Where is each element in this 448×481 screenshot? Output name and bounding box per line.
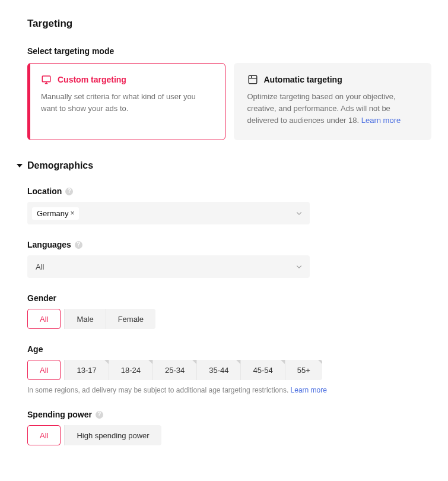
help-icon[interactable]: ? (75, 241, 82, 249)
svg-rect-3 (249, 75, 257, 84)
demographics-toggle[interactable]: Demographics (17, 160, 431, 171)
automatic-targeting-title: Automatic targeting (264, 75, 342, 84)
svg-rect-0 (42, 76, 50, 82)
age-option-55plus[interactable]: 55+ (285, 360, 322, 380)
spending-power-segmented: All High spending power (27, 425, 161, 445)
age-option-all[interactable]: All (27, 360, 61, 380)
age-learn-more-link[interactable]: Learn more (291, 386, 327, 394)
custom-targeting-card[interactable]: Custom targeting Manually set criteria f… (27, 63, 225, 140)
page-title: Targeting (27, 18, 431, 30)
age-option-18-24[interactable]: 18-24 (109, 360, 152, 380)
age-option-13-17[interactable]: 13-17 (64, 360, 108, 380)
automatic-targeting-desc: Optimize targeting based on your objecti… (247, 91, 418, 126)
location-field: Location ? Germany × (17, 186, 431, 224)
location-select[interactable]: Germany × (27, 202, 310, 224)
chevron-down-icon (296, 263, 303, 270)
close-icon[interactable]: × (70, 209, 74, 217)
gender-option-female[interactable]: Female (106, 309, 155, 329)
location-chip-text: Germany (37, 209, 68, 218)
help-icon[interactable]: ? (96, 411, 103, 419)
demographics-section: Demographics Location ? Germany × Langua… (17, 160, 431, 445)
spending-option-all[interactable]: All (27, 425, 61, 445)
gender-label: Gender (27, 293, 56, 303)
automatic-learn-more-link[interactable]: Learn more (361, 116, 401, 125)
languages-label: Languages (27, 240, 71, 249)
caret-down-icon (17, 164, 23, 167)
languages-value: All (32, 262, 44, 271)
custom-targeting-icon (41, 74, 52, 85)
location-label: Location (27, 186, 62, 196)
chevron-down-icon (296, 210, 303, 217)
age-label: Age (27, 344, 43, 354)
gender-field: Gender All Male Female (17, 293, 431, 329)
age-option-35-44[interactable]: 35-44 (196, 360, 240, 380)
targeting-mode-label: Select targeting mode (27, 46, 431, 56)
spending-power-field: Spending power ? All High spending power (17, 410, 431, 445)
gender-option-male[interactable]: Male (64, 309, 105, 329)
spending-option-high[interactable]: High spending power (64, 425, 161, 445)
spending-power-label: Spending power (27, 410, 92, 419)
age-option-45-54[interactable]: 45-54 (240, 360, 284, 380)
age-segmented: All 13-17 18-24 25-34 35-44 45-54 55+ (27, 360, 322, 380)
age-field: Age All 13-17 18-24 25-34 35-44 45-54 55… (17, 344, 431, 394)
age-option-25-34[interactable]: 25-34 (152, 360, 196, 380)
help-icon[interactable]: ? (65, 188, 73, 195)
languages-field: Languages ? All (17, 240, 431, 278)
targeting-mode-row: Custom targeting Manually set criteria f… (17, 63, 431, 140)
automatic-targeting-icon (247, 74, 258, 85)
demographics-title: Demographics (27, 160, 93, 171)
custom-targeting-desc: Manually set criteria for what kind of u… (41, 91, 212, 115)
age-hint-text: In some regions, ad delivery may be subj… (27, 386, 291, 394)
gender-segmented: All Male Female (27, 309, 155, 329)
location-chip: Germany × (32, 207, 79, 220)
automatic-targeting-card[interactable]: Automatic targeting Optimize targeting b… (234, 63, 432, 140)
age-hint: In some regions, ad delivery may be subj… (27, 386, 431, 394)
custom-targeting-title: Custom targeting (58, 75, 126, 84)
languages-select[interactable]: All (27, 255, 310, 278)
gender-option-all[interactable]: All (27, 309, 61, 329)
